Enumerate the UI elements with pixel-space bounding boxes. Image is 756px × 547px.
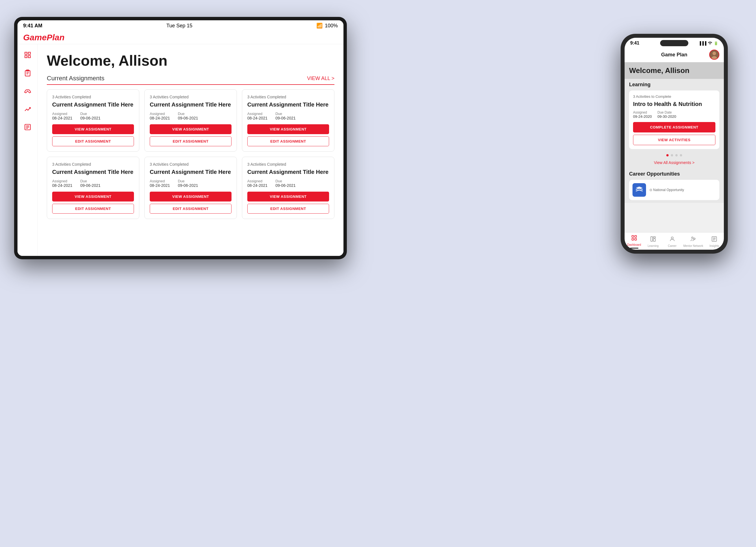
sidebar-icon-handshake[interactable] — [23, 86, 33, 96]
due-label-1: Due — [80, 112, 101, 116]
svg-rect-2 — [25, 56, 27, 58]
tab-career-label: Career — [668, 244, 676, 248]
phone-career-label: Career Opportunities — [629, 171, 719, 177]
phone-signal-icon: ▐▐▐ — [698, 41, 706, 45]
edit-assignment-button-6[interactable]: EDIT ASSIGNMENT — [247, 204, 329, 214]
learning-icon — [650, 236, 656, 244]
view-assignment-button-6[interactable]: VIEW ASSIGNMENT — [247, 192, 329, 202]
card-due-group-1: Due 09-06-2021 — [80, 112, 101, 120]
insights-icon — [711, 236, 717, 244]
card-title-4: Current Assignment Title Here — [52, 168, 134, 176]
sidebar-icon-clipboard[interactable] — [23, 68, 33, 78]
svg-rect-19 — [635, 239, 636, 240]
tablet-battery: 100% — [325, 23, 338, 29]
phone-time: 9:41 — [630, 41, 639, 46]
tab-mentor-label: Mentor Network — [683, 244, 703, 248]
tab-active-indicator — [630, 248, 638, 249]
tablet-status-bar: 9:41 AM Tue Sep 15 📶 100% — [17, 20, 343, 31]
phone-battery-icon: 🔋 — [714, 41, 718, 45]
phone-career-card: ⊙ National Opportunity — [629, 180, 719, 200]
card-dates-1: Assigned 08-24-2021 Due 09-06-2021 — [52, 112, 134, 120]
sidebar-icon-chart[interactable] — [23, 104, 33, 114]
tablet-time: 9:41 AM — [23, 23, 42, 29]
phone-card-title: Intro to Health & Nutrition — [633, 100, 715, 108]
phone-career-section: Career Opportunities ⊙ National Opportun… — [625, 168, 724, 203]
svg-rect-18 — [632, 239, 633, 240]
svg-rect-21 — [653, 237, 655, 238]
view-assignment-button-3[interactable]: VIEW ASSIGNMENT — [247, 124, 329, 134]
edit-assignment-button-4[interactable]: EDIT ASSIGNMENT — [52, 204, 134, 214]
view-assignment-button-2[interactable]: VIEW ASSIGNMENT — [150, 124, 232, 134]
tablet-main: Welcome, Allison Current Assignments VIE… — [38, 44, 343, 256]
table-row: 3 Activities Completed Current Assignmen… — [47, 157, 139, 219]
table-row: 3 Activities Completed Current Assignmen… — [242, 89, 334, 152]
table-row: 3 Activities Completed Current Assignmen… — [47, 89, 139, 152]
card-activities-3: 3 Activities Completed — [247, 95, 329, 99]
career-info: ⊙ National Opportunity — [649, 188, 716, 192]
view-assignment-button-1[interactable]: VIEW ASSIGNMENT — [52, 124, 134, 134]
card-title-3: Current Assignment Title Here — [247, 101, 329, 108]
career-logo-icon — [632, 183, 646, 197]
gameplan-logo[interactable]: GamePlan — [23, 33, 65, 42]
tab-mentor-network[interactable]: Mentor Network — [683, 236, 703, 248]
edit-assignment-button-3[interactable]: EDIT ASSIGNMENT — [247, 136, 329, 146]
card-dates-2: Assigned 08-24-2021 Due 09-06-2021 — [150, 112, 232, 120]
card-title-5: Current Assignment Title Here — [150, 168, 232, 176]
edit-assignment-button-5[interactable]: EDIT ASSIGNMENT — [150, 204, 232, 214]
tab-insights-label: Insights — [709, 244, 719, 248]
complete-assignment-button[interactable]: COMPLETE ASSIGNMENT — [633, 122, 715, 133]
dot-4 — [680, 154, 682, 157]
dot-3 — [675, 154, 678, 157]
phone-due-group: Due Date 09-30-2020 — [658, 111, 676, 119]
view-activities-button[interactable]: VIEW ACTIVITIES — [633, 135, 715, 145]
phone-card-dates: Assigned 09-24-2020 Due Date 09-30-2020 — [633, 111, 715, 119]
edit-assignment-button-1[interactable]: EDIT ASSIGNMENT — [52, 136, 134, 146]
dots-indicator — [629, 152, 719, 159]
card-dates-3: Assigned 08-24-2021 Due 09-06-2021 — [247, 112, 329, 120]
phone-card-activities: 3 Activities to Complete — [633, 94, 715, 99]
card-title-1: Current Assignment Title Here — [52, 101, 134, 108]
tab-insights[interactable]: Insights — [706, 236, 722, 248]
phone-due-label: Due Date — [658, 111, 676, 114]
avatar[interactable] — [709, 50, 719, 60]
tab-dashboard-label: Dashboard — [627, 243, 641, 246]
tab-learning[interactable]: Learning — [645, 236, 661, 248]
phone-learning-section: Learning 3 Activities to Complete Intro … — [625, 79, 724, 168]
phone-welcome-text: Welcome, Allison — [629, 66, 719, 75]
career-type: ⊙ National Opportunity — [649, 188, 716, 192]
card-activities-1: 3 Activities Completed — [52, 95, 134, 99]
card-title-2: Current Assignment Title Here — [150, 101, 232, 108]
sidebar-icon-grid[interactable] — [23, 50, 33, 60]
card-dates-5: Assigned 08-24-2021 Due 09-06-2021 — [150, 179, 232, 188]
phone-content: Welcome, Allison Learning 3 Activities t… — [625, 62, 724, 232]
phone-assignment-card: 3 Activities to Complete Intro to Health… — [629, 91, 719, 149]
tab-career[interactable]: Career — [664, 236, 680, 248]
card-dates-4: Assigned 08-24-2021 Due 09-06-2021 — [52, 179, 134, 188]
tablet-assignments-grid: 3 Activities Completed Current Assignmen… — [47, 89, 334, 219]
svg-point-12 — [710, 44, 711, 45]
card-activities-6: 3 Activities Completed — [247, 162, 329, 167]
phone-device: 9:41 ▐▐▐ 🔋 Game Plan — [621, 34, 728, 254]
phone-status-icons: ▐▐▐ 🔋 — [698, 41, 718, 45]
card-activities-5: 3 Activities Completed — [150, 162, 232, 167]
assigned-date-1: 08-24-2021 — [52, 116, 72, 120]
tablet-welcome-title: Welcome, Allison — [47, 52, 334, 69]
view-assignment-button-5[interactable]: VIEW ASSIGNMENT — [150, 192, 232, 202]
sidebar-icon-news[interactable] — [23, 122, 33, 132]
svg-rect-16 — [632, 236, 633, 237]
phone-assigned-label: Assigned — [633, 111, 652, 114]
edit-assignment-button-2[interactable]: EDIT ASSIGNMENT — [150, 136, 232, 146]
phone-due-date: 09-30-2020 — [658, 114, 676, 119]
career-icon — [669, 236, 675, 244]
tablet-view-all[interactable]: VIEW ALL > — [307, 76, 334, 81]
svg-rect-1 — [28, 52, 30, 54]
svg-rect-20 — [651, 237, 653, 242]
phone-wifi-icon — [708, 41, 712, 45]
table-row: 3 Activities Completed Current Assignmen… — [144, 89, 237, 152]
card-assigned-group-1: Assigned 08-24-2021 — [52, 112, 72, 120]
tablet-body: Welcome, Allison Current Assignments VIE… — [17, 44, 343, 256]
tab-dashboard[interactable]: Dashboard — [626, 235, 642, 249]
view-all-assignments-link[interactable]: View All Assignments > — [629, 159, 719, 168]
phone-nav-title: Game Plan — [661, 52, 687, 58]
view-assignment-button-4[interactable]: VIEW ASSIGNMENT — [52, 192, 134, 202]
